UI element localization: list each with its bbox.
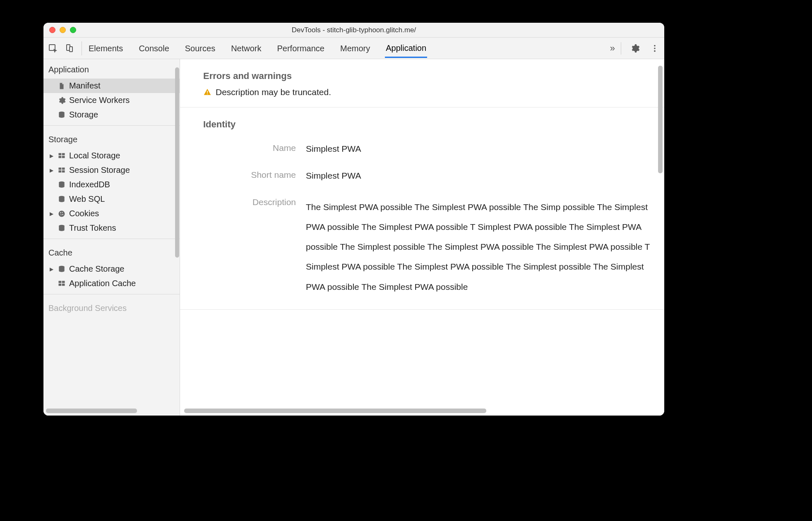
panel-body: ApplicationManifestService WorkersStorag… (43, 59, 664, 416)
traffic-lights (49, 27, 76, 33)
svg-point-3 (654, 45, 656, 46)
sidebar-item-label: Session Storage (69, 165, 130, 175)
sidebar-item-manifest[interactable]: Manifest (43, 79, 180, 93)
description-label: Description (180, 197, 296, 297)
sidebar-item-label: Storage (69, 110, 98, 119)
sidebar-item-label: Manifest (69, 81, 101, 91)
sidebar-item-web-sql[interactable]: Web SQL (43, 192, 180, 206)
sidebar-item-session-storage[interactable]: ▶Session Storage (43, 163, 180, 177)
svg-point-20 (60, 214, 61, 215)
database-icon (58, 195, 66, 203)
description-value: The Simplest PWA possible The Simplest P… (306, 197, 664, 297)
svg-rect-14 (62, 170, 65, 172)
sidebar-item-cache-storage[interactable]: ▶Cache Storage (43, 262, 180, 276)
database-icon (58, 181, 66, 189)
kebab-menu-icon[interactable] (649, 42, 661, 55)
tree-disclosure-icon[interactable]: ▶ (48, 266, 54, 272)
sidebar-item-label: Web SQL (69, 194, 105, 204)
svg-rect-2 (70, 47, 72, 52)
main-h-scrollbar[interactable] (180, 409, 664, 413)
svg-rect-8 (62, 153, 65, 155)
tab-elements[interactable]: Elements (88, 39, 124, 57)
titlebar: DevTools - stitch-glib-typhoon.glitch.me… (43, 23, 664, 38)
more-tabs-icon[interactable]: » (610, 43, 613, 54)
name-value: Simplest PWA (306, 143, 664, 154)
sidebar-item-trust-tokens[interactable]: Trust Tokens (43, 221, 180, 235)
svg-rect-24 (59, 281, 62, 283)
tree-disclosure-icon[interactable]: ▶ (48, 211, 54, 217)
svg-rect-26 (59, 284, 62, 286)
svg-rect-28 (207, 91, 208, 93)
sidebar-item-cookies[interactable]: ▶Cookies (43, 206, 180, 221)
tree-disclosure-icon[interactable]: ▶ (48, 153, 54, 159)
svg-point-17 (59, 210, 65, 217)
sidebar-section-header: Cache (43, 242, 180, 262)
table-icon (58, 152, 66, 160)
sidebar-scrollbar-thumb[interactable] (175, 67, 179, 258)
database-icon (58, 224, 66, 232)
cookie-icon (58, 210, 66, 218)
svg-rect-9 (59, 156, 62, 158)
database-icon (58, 111, 66, 119)
svg-rect-25 (62, 281, 65, 283)
application-sidebar[interactable]: ApplicationManifestService WorkersStorag… (43, 59, 180, 416)
svg-rect-11 (59, 167, 62, 170)
minimize-window-button[interactable] (60, 27, 66, 33)
svg-point-18 (60, 212, 61, 213)
zoom-window-button[interactable] (70, 27, 76, 33)
device-toolbar-icon[interactable] (63, 42, 76, 55)
identity-heading: Identity (180, 108, 664, 133)
database-icon (58, 265, 66, 273)
sidebar-item-indexeddb[interactable]: IndexedDB (43, 177, 180, 192)
close-window-button[interactable] (49, 27, 55, 33)
tab-sources[interactable]: Sources (184, 39, 216, 57)
section-divider (180, 309, 664, 310)
sidebar-item-label: Local Storage (69, 151, 120, 160)
gear-icon (58, 96, 66, 105)
sidebar-divider (43, 294, 180, 294)
svg-rect-13 (59, 170, 62, 172)
warning-text: Description may be truncated. (216, 87, 331, 97)
warning-icon (203, 88, 211, 96)
sidebar-item-label: Service Workers (69, 96, 130, 105)
svg-rect-7 (59, 153, 62, 155)
sidebar-item-service-workers[interactable]: Service Workers (43, 93, 180, 108)
sidebar-item-local-storage[interactable]: ▶Local Storage (43, 148, 180, 163)
sidebar-item-label: Trust Tokens (69, 223, 116, 233)
sidebar-section-faded: Background Services (43, 298, 180, 313)
settings-icon[interactable] (629, 42, 641, 55)
svg-rect-29 (207, 93, 208, 94)
svg-rect-27 (62, 284, 65, 286)
svg-point-5 (654, 50, 656, 52)
tab-application[interactable]: Application (385, 38, 427, 58)
short-name-label: Short name (180, 170, 296, 181)
warning-row: Description may be truncated. (180, 85, 664, 107)
sidebar-item-label: Cache Storage (69, 264, 124, 274)
tab-memory[interactable]: Memory (339, 39, 371, 57)
sidebar-item-storage[interactable]: Storage (43, 108, 180, 122)
tab-performance[interactable]: Performance (276, 39, 326, 57)
main-scrollbar-thumb[interactable] (658, 66, 663, 173)
manifest-panel: Errors and warnings Description may be t… (180, 59, 664, 416)
tab-network[interactable]: Network (230, 39, 262, 57)
sidebar-section-header: Application (43, 59, 180, 79)
sidebar-item-label: Cookies (69, 209, 99, 218)
file-icon (58, 82, 66, 90)
identity-grid: Name Simplest PWA Short name Simplest PW… (180, 133, 664, 309)
tree-disclosure-icon[interactable]: ▶ (48, 167, 54, 173)
short-name-value: Simplest PWA (306, 170, 664, 181)
svg-rect-12 (62, 167, 65, 170)
table-icon (58, 280, 66, 287)
devtools-window: DevTools - stitch-glib-typhoon.glitch.me… (43, 23, 664, 416)
table-icon (58, 167, 66, 174)
inspect-element-icon[interactable] (47, 42, 59, 55)
sidebar-item-label: Application Cache (69, 279, 136, 288)
window-title: DevTools - stitch-glib-typhoon.glitch.me… (43, 26, 664, 34)
sidebar-h-scrollbar-thumb[interactable] (46, 409, 137, 413)
svg-point-4 (654, 48, 656, 49)
sidebar-divider (43, 239, 180, 239)
sidebar-item-application-cache[interactable]: Application Cache (43, 276, 180, 291)
svg-point-19 (62, 212, 63, 213)
tab-console[interactable]: Console (138, 39, 170, 57)
sidebar-section-header: Storage (43, 129, 180, 148)
